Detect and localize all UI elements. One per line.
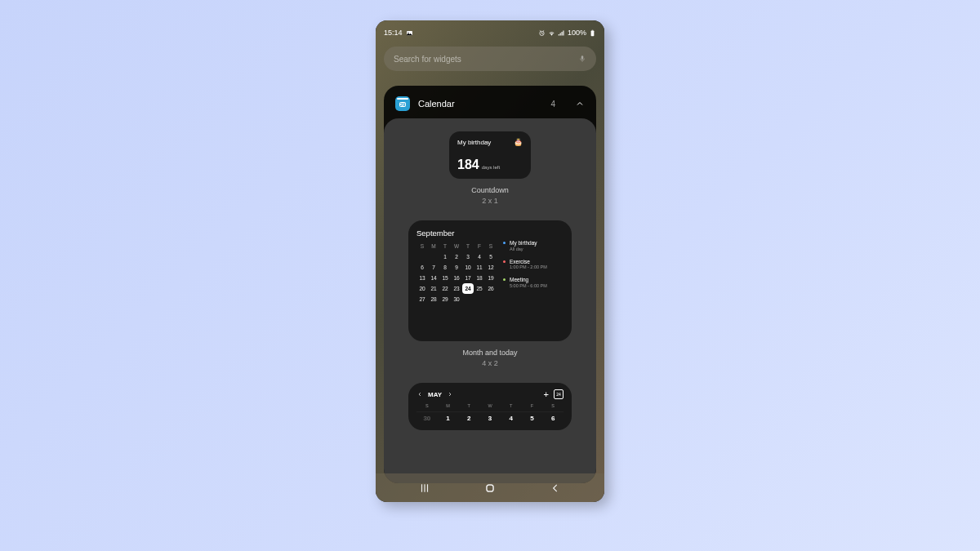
search-input[interactable]: Search for widgets (384, 47, 596, 71)
svg-point-1 (408, 32, 408, 33)
battery-pct: 100% (568, 29, 586, 37)
status-bar: 15:14 100% (376, 20, 604, 40)
battery-icon (589, 29, 596, 37)
navigation-bar (376, 473, 604, 502)
search-placeholder: Search for widgets (394, 55, 461, 64)
month-title: September (416, 229, 497, 238)
image-icon (406, 29, 413, 37)
calendar-app-icon: 29 (395, 96, 410, 111)
today-icon[interactable]: 24 (554, 389, 564, 399)
widget-item-month2[interactable]: MAY + 24 SMTWTFS30123456 (394, 383, 586, 430)
svg-rect-9 (487, 484, 493, 491)
chevron-up-icon[interactable] (575, 99, 585, 109)
signal-icon (558, 29, 565, 37)
month-grid: SMTWTFS123456789101112131415161718192021… (416, 241, 497, 304)
week-month: MAY (428, 391, 442, 398)
svg-rect-3 (591, 30, 595, 36)
widget-group-calendar: 29 Calendar 4 My birthday 🎂 184 days lef… (384, 86, 596, 483)
recents-button[interactable] (408, 480, 441, 496)
event-list: My birthdayAll dayExercise1:00 PM - 2:00… (503, 229, 564, 333)
month-caption: Month and today (462, 348, 517, 358)
week-grid: SMTWTFS30123456 (416, 403, 564, 422)
week-preview: MAY + 24 SMTWTFS30123456 (408, 383, 572, 430)
chevron-right-icon[interactable] (447, 391, 453, 398)
month-size: 4 x 2 (462, 358, 517, 369)
svg-rect-5 (581, 56, 584, 60)
countdown-title: My birthday (457, 139, 491, 146)
svg-rect-4 (592, 29, 594, 30)
group-header[interactable]: 29 Calendar 4 (384, 86, 596, 118)
widget-item-month[interactable]: September SMTWTFS12345678910111213141516… (394, 220, 586, 368)
widget-item-countdown[interactable]: My birthday 🎂 184 days left Countdown 2 … (394, 131, 586, 206)
alarm-icon (538, 29, 546, 37)
back-button[interactable] (539, 480, 572, 496)
clock: 15:14 (384, 29, 403, 37)
countdown-unit: days left (482, 165, 500, 170)
countdown-number: 184 (457, 158, 479, 172)
countdown-caption: Countdown (471, 185, 509, 196)
home-button[interactable] (474, 480, 506, 496)
group-title: Calendar (418, 99, 542, 109)
phone-frame: 15:14 100% Search for widgets 29 Calenda… (376, 20, 604, 502)
countdown-size: 2 x 1 (471, 196, 509, 207)
mic-icon[interactable] (578, 54, 586, 64)
chevron-left-icon[interactable] (416, 391, 423, 398)
wifi-icon (548, 29, 555, 37)
widget-list[interactable]: My birthday 🎂 184 days left Countdown 2 … (384, 118, 596, 483)
group-count: 4 (550, 100, 555, 109)
countdown-preview: My birthday 🎂 184 days left (449, 131, 531, 179)
month-preview: September SMTWTFS12345678910111213141516… (408, 220, 572, 341)
cake-icon: 🎂 (514, 138, 523, 146)
add-event-icon[interactable]: + (544, 390, 549, 399)
